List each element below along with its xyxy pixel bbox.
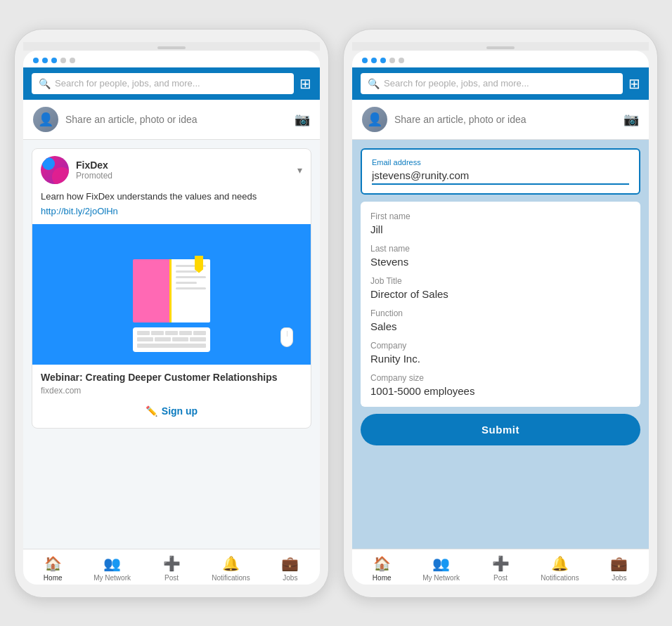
post-icon: ➕ bbox=[163, 555, 181, 572]
ad-webinar-title: Webinar: Creating Deeper Customer Relati… bbox=[41, 372, 302, 383]
network-icon-right: 👥 bbox=[432, 555, 450, 572]
first-name-label: First name bbox=[370, 211, 631, 221]
dot-1 bbox=[33, 58, 39, 63]
network-icon: 👥 bbox=[103, 555, 121, 572]
share-text-right[interactable]: Share an article, photo or idea bbox=[394, 114, 616, 125]
nav-item-notifications-right[interactable]: 🔔 Notifications bbox=[530, 555, 589, 582]
left-phone-screen: 🔍 Search for people, jobs, and more... ⊞… bbox=[23, 51, 320, 585]
nav-item-post-right[interactable]: ➕ Post bbox=[471, 555, 530, 582]
ad-link[interactable]: http://bit.ly/2joOlHn bbox=[41, 206, 118, 216]
email-card: Email address bbox=[361, 148, 640, 195]
avatar-right: 👤 bbox=[362, 107, 387, 132]
scroll-indicator-top-right bbox=[352, 42, 649, 51]
nav-home-label: Home bbox=[44, 574, 63, 582]
signup-button[interactable]: ✏️ Sign up bbox=[41, 401, 302, 421]
right-phone-screen: 🔍 Search for people, jobs, and more... ⊞… bbox=[352, 51, 649, 585]
bookmark bbox=[195, 256, 203, 273]
email-input[interactable] bbox=[372, 169, 629, 185]
ad-image bbox=[32, 224, 311, 365]
dot-r3 bbox=[380, 58, 386, 63]
search-placeholder-text: Search for people, jobs, and more... bbox=[55, 78, 200, 89]
left-phone: 🔍 Search for people, jobs, and more... ⊞… bbox=[14, 29, 329, 598]
company-row: Company Runity Inc. bbox=[370, 341, 631, 365]
nav-item-home[interactable]: 🏠 Home bbox=[23, 555, 82, 582]
camera-icon[interactable]: 📷 bbox=[295, 112, 310, 127]
grid-icon[interactable]: ⊞ bbox=[299, 75, 311, 92]
book-left-page bbox=[133, 259, 172, 322]
company-logo bbox=[41, 156, 69, 184]
share-bar: 👤 Share an article, photo or idea 📷 bbox=[23, 100, 320, 140]
ad-body: Learn how FixDex understands the values … bbox=[32, 191, 311, 224]
company-size-row: Company size 1001-5000 employees bbox=[370, 373, 631, 397]
nav-post-label-right: Post bbox=[493, 574, 508, 582]
ad-domain: fixdex.com bbox=[41, 386, 302, 396]
pencil-icon: ✏️ bbox=[146, 405, 157, 417]
function-label: Function bbox=[370, 308, 631, 318]
dot-4 bbox=[60, 58, 66, 63]
avatar-image-right: 👤 bbox=[362, 107, 387, 132]
info-card: First name Jill Last name Stevens Job Ti… bbox=[361, 202, 640, 407]
ad-card: FixDex Promoted ▾ Learn how FixDex under… bbox=[32, 148, 311, 429]
form-section: Email address First name Jill Last name … bbox=[352, 140, 649, 549]
last-name-value: Stevens bbox=[370, 256, 631, 268]
function-row: Function Sales bbox=[370, 308, 631, 332]
nav-item-notifications[interactable]: 🔔 Notifications bbox=[201, 555, 260, 582]
notifications-icon: 🔔 bbox=[222, 555, 240, 572]
search-icon: 🔍 bbox=[39, 78, 51, 89]
last-name-label: Last name bbox=[370, 244, 631, 254]
nav-item-post[interactable]: ➕ Post bbox=[142, 555, 201, 582]
dot-5 bbox=[70, 58, 75, 63]
search-bar[interactable]: 🔍 Search for people, jobs, and more... bbox=[32, 73, 294, 94]
ad-header: FixDex Promoted ▾ bbox=[32, 149, 311, 191]
nav-jobs-label-right: Jobs bbox=[612, 574, 626, 582]
right-phone: 🔍 Search for people, jobs, and more... ⊞… bbox=[343, 29, 658, 598]
share-text[interactable]: Share an article, photo or idea bbox=[65, 114, 287, 125]
post-icon-right: ➕ bbox=[492, 555, 510, 572]
ad-company-name: FixDex bbox=[76, 159, 290, 171]
jobs-icon-right: 💼 bbox=[610, 555, 628, 572]
avatar-image: 👤 bbox=[33, 107, 58, 132]
nav-item-jobs[interactable]: 💼 Jobs bbox=[261, 555, 320, 582]
home-icon: 🏠 bbox=[44, 555, 62, 572]
nav-item-jobs-right[interactable]: 💼 Jobs bbox=[590, 555, 649, 582]
notifications-icon-right: 🔔 bbox=[551, 555, 569, 572]
chevron-down-icon[interactable]: ▾ bbox=[297, 164, 302, 176]
dot-r1 bbox=[362, 58, 368, 63]
status-dots bbox=[23, 51, 320, 67]
company-value: Runity Inc. bbox=[370, 353, 631, 365]
app-header: 🔍 Search for people, jobs, and more... ⊞ bbox=[23, 67, 320, 100]
search-bar-right[interactable]: 🔍 Search for people, jobs, and more... bbox=[361, 73, 623, 94]
ad-footer: Webinar: Creating Deeper Customer Relati… bbox=[32, 365, 311, 428]
last-name-row: Last name Stevens bbox=[370, 244, 631, 268]
first-name-row: First name Jill bbox=[370, 211, 631, 235]
nav-item-network-right[interactable]: 👥 My Network bbox=[411, 555, 470, 582]
submit-button[interactable]: Submit bbox=[361, 414, 640, 445]
job-title-row: Job Title Director of Sales bbox=[370, 276, 631, 300]
share-bar-right: 👤 Share an article, photo or idea 📷 bbox=[352, 100, 649, 140]
status-dots-right bbox=[352, 51, 649, 67]
camera-icon-right[interactable]: 📷 bbox=[623, 112, 639, 127]
job-title-value: Director of Sales bbox=[370, 288, 631, 300]
dot-r5 bbox=[399, 58, 404, 63]
function-value: Sales bbox=[370, 320, 631, 332]
avatar: 👤 bbox=[33, 107, 58, 132]
nav-item-home-right[interactable]: 🏠 Home bbox=[352, 555, 411, 582]
mouse-illustration bbox=[280, 327, 293, 347]
search-placeholder-right: Search for people, jobs, and more... bbox=[384, 78, 529, 89]
book-illustration bbox=[126, 249, 217, 340]
bottom-nav: 🏠 Home 👥 My Network ➕ Post 🔔 Notificatio… bbox=[23, 549, 320, 585]
grid-icon-right[interactable]: ⊞ bbox=[628, 75, 640, 92]
dot-r4 bbox=[389, 58, 395, 63]
email-label: Email address bbox=[372, 158, 629, 167]
book-right-page bbox=[172, 259, 210, 322]
dot-2 bbox=[42, 58, 48, 63]
nav-item-network[interactable]: 👥 My Network bbox=[82, 555, 141, 582]
app-header-right: 🔍 Search for people, jobs, and more... ⊞ bbox=[352, 67, 649, 100]
nav-home-label-right: Home bbox=[373, 574, 392, 582]
nav-network-label-right: My Network bbox=[422, 574, 460, 582]
nav-jobs-label: Jobs bbox=[283, 574, 297, 582]
dot-3 bbox=[51, 58, 57, 63]
company-size-value: 1001-5000 employees bbox=[370, 385, 631, 397]
scroll-indicator-top bbox=[23, 42, 320, 51]
company-label: Company bbox=[370, 341, 631, 351]
